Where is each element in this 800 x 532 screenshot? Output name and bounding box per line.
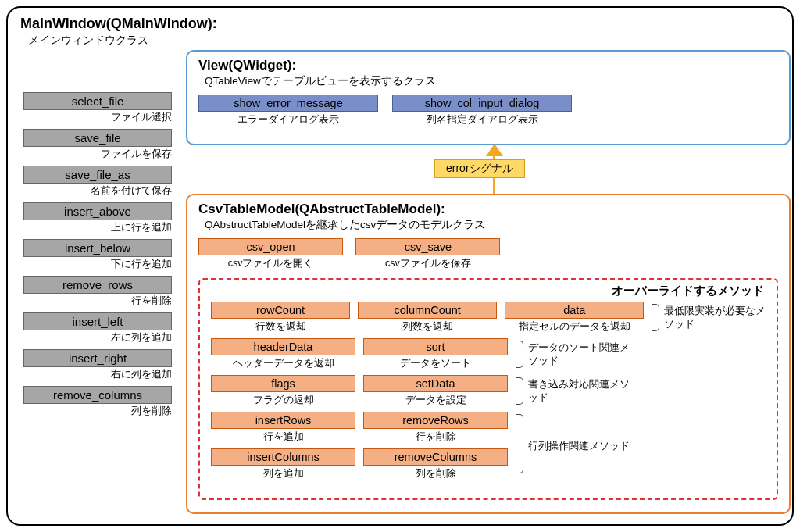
sidebar-methods: select_fileファイル選択 save_fileファイルを保存 save_… [23,92,172,423]
method-insertcolumns: insertColumns [211,448,355,466]
method-remove-rows: remove_rows [23,276,172,294]
method-desc: csvファイルを保存 [355,257,500,270]
method-desc: フラグの返却 [211,394,355,407]
group-desc-rowcol: 行列操作関連メソッド [528,440,630,452]
method-desc: 左に列を追加 [23,331,172,345]
group-desc-min: 最低限実装が必要なメソッド [664,305,766,330]
model-title: CsvTableModel(QAbstructTableModel): [198,202,778,217]
signal-arrow: errorシグナル [186,145,791,194]
method-removerows: removeRows [363,412,508,429]
main-title: MainWindow(QMainWindow): [20,16,780,32]
method-sort: sort [363,338,508,355]
method-desc: 上に行を追加 [23,221,172,234]
method-desc: 列を削除 [23,405,172,418]
method-show-error-message: show_error_message [198,95,378,112]
bracket-icon [516,414,523,473]
method-desc: データを設定 [363,394,508,407]
view-box: View(QWidget): QTableViewでテーブルビューを表示するクラ… [186,50,791,145]
bracket-icon [516,377,523,405]
method-desc: 名前を付けて保存 [23,184,172,198]
signal-label: errorシグナル [434,159,525,178]
method-removecolumns: removeColumns [363,448,508,466]
method-insert-above: insert_above [23,202,172,220]
method-desc: 列名指定ダイアログ表示 [392,113,572,127]
method-remove-columns: remove_columns [23,386,172,404]
method-desc: 行数を返却 [211,320,350,334]
model-box: CsvTableModel(QAbstructTableModel): QAbs… [186,194,791,514]
method-insert-left: insert_left [23,312,172,330]
method-save-file: save_file [23,129,172,147]
method-desc: エラーダイアログ表示 [198,113,378,127]
method-insert-below: insert_below [23,239,172,257]
method-desc: 右に列を追加 [23,368,172,381]
bracket-icon [516,341,523,368]
method-data: data [505,302,644,319]
bracket-icon [652,304,659,331]
method-desc: csvファイルを開く [198,257,343,270]
method-insert-right: insert_right [23,349,172,367]
method-csv-open: csv_open [198,238,343,255]
method-insertrows: insertRows [211,412,355,429]
method-show-col-input-dialog: show_col_input_dialog [392,95,572,112]
main-subtitle: メインウィンドウクラス [28,34,780,48]
group-desc-sort: データのソート関連メソッド [528,341,630,367]
method-desc: 指定セルのデータを返却 [505,320,644,334]
method-desc: ファイルを保存 [23,148,172,161]
method-rowcount: rowCount [211,302,350,319]
method-desc: 列を追加 [211,467,355,480]
method-columncount: columnCount [358,302,497,319]
arrow-head-icon [486,144,503,156]
group-desc-write: 書き込み対応関連メソッド [528,378,630,404]
method-desc: 列数を返却 [358,320,497,334]
method-desc: 行を追加 [211,430,355,444]
main-window-box: MainWindow(QMainWindow): メインウィンドウクラス sel… [6,6,794,526]
method-setdata: setData [363,375,508,392]
method-desc: ファイル選択 [23,111,172,124]
method-headerdata: headerData [211,338,355,355]
method-csv-save: csv_save [355,238,500,255]
right-column: View(QWidget): QTableViewでテーブルビューを表示するクラ… [186,50,791,514]
method-save-file-as: save_file_as [23,166,172,184]
view-title: View(QWidget): [198,58,778,73]
method-desc: 列を削除 [363,467,508,480]
method-select-file: select_file [23,92,172,110]
method-desc: ヘッダーデータを返却 [211,357,355,370]
override-title: オーバーライドするメソッド [612,284,764,298]
view-subtitle: QTableViewでテーブルビューを表示するクラス [205,74,778,88]
method-flags: flags [211,375,355,392]
method-desc: データをソート [363,357,508,370]
method-desc: 行を削除 [363,430,508,444]
override-box: オーバーライドするメソッド rowCount行数を返却 columnCount列… [198,278,778,500]
model-subtitle: QAbstructTableModelを継承したcsvデータのモデルクラス [205,218,778,232]
method-desc: 行を削除 [23,295,172,308]
method-desc: 下に行を追加 [23,258,172,271]
